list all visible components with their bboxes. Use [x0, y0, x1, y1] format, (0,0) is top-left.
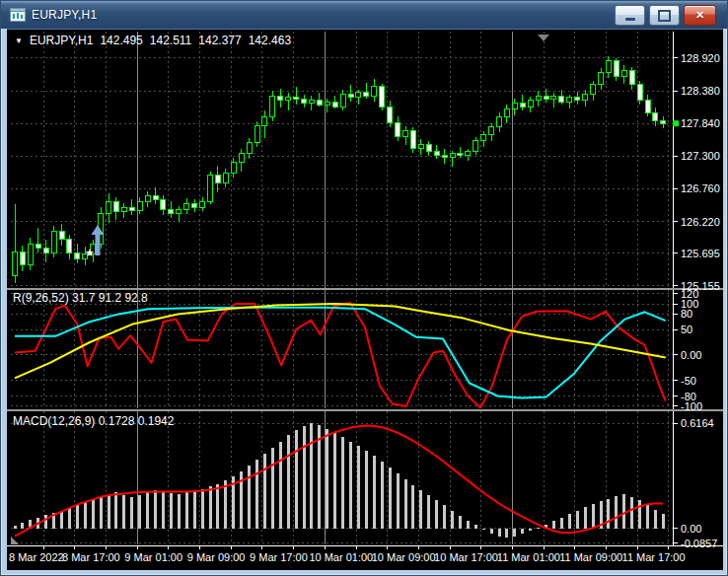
price-axis-label: 126.760 — [681, 182, 720, 194]
time-axis-label: 8 Mar 2022 — [9, 551, 64, 563]
bid-price-marker — [673, 120, 679, 126]
price-axis-label: 0.00 — [681, 349, 701, 361]
price-axis-label: 125.695 — [681, 248, 720, 259]
chart-canvas[interactable]: ★128.920128.380127.840127.300126.760126.… — [7, 30, 723, 570]
price-axis-label: -0.0857 — [681, 538, 717, 549]
chart-window-icon[interactable] — [10, 7, 26, 23]
price-axis-label: 127.840 — [681, 117, 720, 129]
price-axis-label: 80 — [681, 308, 692, 320]
close-icon: ✕ — [695, 10, 704, 21]
time-axis-label: 11 Mar 01:00 — [497, 551, 560, 563]
close-button[interactable]: ✕ — [684, 5, 716, 26]
price-axis-label: 127.300 — [681, 150, 720, 162]
star-annotation[interactable]: ★ — [85, 247, 95, 258]
window-titlebar[interactable]: EURJPY,H1 ✕ — [1, 1, 727, 29]
price-axis-label: 126.220 — [681, 216, 720, 228]
restore-button[interactable] — [649, 5, 680, 26]
panel-divider[interactable] — [7, 288, 723, 290]
price-axis-label: 128.380 — [681, 85, 720, 97]
price-axis-label: -100 — [681, 400, 702, 412]
time-axis-label: 9 Mar 17:00 — [250, 551, 308, 563]
price-axis-label: 0.6164 — [681, 417, 714, 429]
price-axis-label: -50 — [681, 375, 696, 387]
time-axis-label: 9 Mar 09:00 — [187, 551, 246, 563]
time-axis-label: 10 Mar 09:00 — [372, 551, 436, 563]
panel-divider[interactable] — [7, 409, 723, 411]
time-axis-label: 10 Mar 17:00 — [434, 551, 498, 563]
minimize-icon — [625, 18, 635, 21]
restore-icon — [658, 10, 671, 22]
time-axis-label: 11 Mar 09:00 — [559, 551, 622, 563]
price-axis-label: 128.920 — [681, 52, 720, 64]
window-title: EURJPY,H1 — [32, 8, 97, 22]
chart-window: EURJPY,H1 ✕ ★128.920128.380127.840127.30… — [0, 0, 728, 576]
price-axis-label: 0.00 — [681, 523, 701, 535]
time-axis-label: 11 Mar 17:00 — [622, 551, 686, 563]
price-axis-label: 50 — [681, 324, 692, 335]
minimize-button[interactable] — [615, 5, 645, 26]
chart-client-area: ★128.920128.380127.840127.300126.760126.… — [7, 29, 723, 570]
time-axis-label: 8 Mar 17:00 — [62, 551, 120, 563]
time-axis-label: 9 Mar 01:00 — [124, 551, 182, 563]
time-axis-label: 10 Mar 01:00 — [309, 551, 373, 563]
